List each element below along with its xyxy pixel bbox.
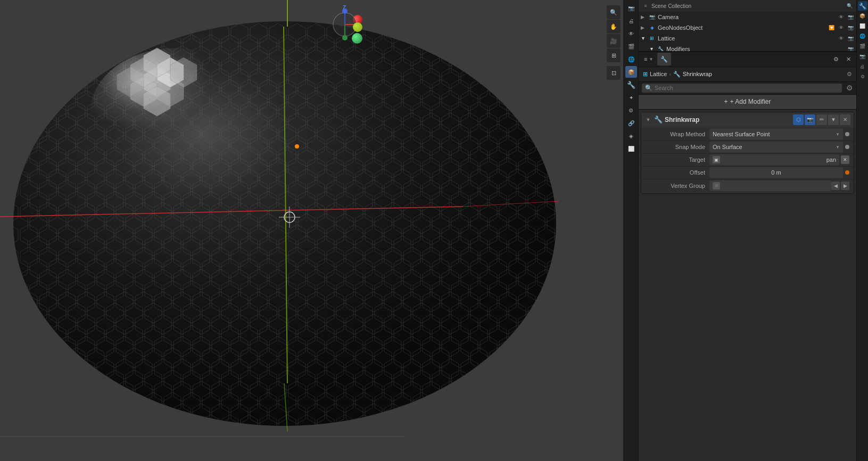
geo-render-icon[interactable]: 📷	[847, 24, 854, 31]
outliner-item-geonodes[interactable]: ▶ ◈ GeoNodesObject 🔽 👁 📷	[639, 22, 856, 33]
strip-icon-physics[interactable]: ⚙	[858, 72, 867, 81]
prop-row-target: Target ▣ pan ✕	[641, 154, 854, 167]
strip-icon-scene[interactable]: 🎬	[858, 42, 867, 51]
shrinkwrap-modifier-header[interactable]: ▼ 🔧 Shrinkwrap ⬡ 📷 ✏ ▼ ✕	[641, 112, 854, 127]
outliner-filter-icon[interactable]: 🔍	[845, 1, 854, 11]
wrap-method-dropdown[interactable]: Nearest Surface Point ▼	[709, 129, 843, 139]
left-toolbar: 🔍 ✋ 🎥 ⊞ ⊡	[607, 5, 621, 80]
vertex-group-icon: ⊞	[713, 182, 720, 190]
search-settings-icon[interactable]: ⚙	[846, 84, 853, 92]
breadcrumb-lattice[interactable]: Lattice	[650, 71, 667, 77]
outliner-item-lattice[interactable]: ▼ ⊞ Lattice 👁 📷	[639, 33, 856, 44]
strip-icon-render[interactable]: 📷	[858, 52, 867, 61]
props-tabs: ≡ ▼ 🔧 ⚙ ✕	[639, 52, 856, 67]
props-icon-data[interactable]: ◈	[625, 130, 637, 142]
tool-extra[interactable]: ⊡	[607, 66, 621, 80]
strip-icon-object[interactable]: 📦	[858, 11, 867, 21]
outliner-item-modifiers[interactable]: ▼ 🔧 Modifiers 📷	[639, 44, 856, 52]
shrinkwrap-modifier-name: Shrinkwrap	[665, 116, 791, 124]
props-close-btn[interactable]: ✕	[843, 53, 854, 65]
properties-area: ≡ Scene Collection 🔍 ▶ 📷 Camera 👁 📷 ▶ ◈	[639, 0, 856, 461]
add-modifier-button[interactable]: + + Add Modifier	[639, 95, 856, 110]
strip-icon-modifier[interactable]: 🔧	[858, 1, 867, 11]
shrinkwrap-collapse-btn[interactable]: ▼	[644, 116, 652, 124]
props-icon-constraints[interactable]: 🔗	[625, 117, 637, 129]
props-icon-render[interactable]: 📷	[625, 2, 637, 14]
status-ball-green	[352, 33, 362, 44]
props-icon-particles[interactable]: ✦	[625, 92, 637, 103]
search-input[interactable]	[655, 85, 839, 91]
props-icon-material[interactable]: ⬜	[625, 143, 637, 154]
tool-camera[interactable]: 🎥	[607, 34, 621, 48]
props-icon-view[interactable]: 👁	[625, 28, 637, 39]
breadcrumb-settings-icon[interactable]: ⚙	[847, 71, 852, 78]
lattice-visibility-icon[interactable]: 👁	[837, 35, 845, 42]
snap-mode-label: Snap Mode	[646, 144, 709, 150]
props-settings-btn[interactable]: ⚙	[830, 53, 842, 65]
prop-row-vertex-group: Vertex Group ⊞ ◀ ▶	[641, 179, 854, 192]
mod-cam-icon[interactable]: 📷	[847, 45, 854, 52]
prop-row-offset: Offset 0 m	[641, 167, 854, 179]
prop-row-snap-mode: Snap Mode On Surface ▼	[641, 141, 854, 154]
strip-icon-world[interactable]: 🌐	[858, 31, 867, 41]
modifier-close-btn[interactable]: ✕	[840, 114, 850, 125]
offset-number-field[interactable]: 0 m	[709, 167, 843, 178]
shrinkwrap-modifier-icons: ⬡ 📷 ✏ ▼ ✕	[793, 114, 850, 125]
snap-mode-value: On Surface	[713, 144, 742, 150]
modifier-render-btn[interactable]: 📷	[805, 114, 815, 125]
props-icon-output[interactable]: 🖨	[625, 15, 637, 27]
strip-icon-material[interactable]: ⬜	[858, 21, 867, 31]
offset-label: Offset	[646, 169, 709, 176]
outliner-modifiers-label: Modifiers	[666, 46, 690, 52]
props-tab-modifier[interactable]: 🔧	[657, 53, 671, 65]
breadcrumb-shrinkwrap[interactable]: Shrinkwrap	[683, 71, 712, 77]
cam-visibility-icon[interactable]: 👁	[837, 13, 845, 21]
outliner-top-bar: ≡ Scene Collection 🔍	[639, 0, 856, 12]
offset-value: 0 m	[771, 169, 781, 176]
snap-mode-dropdown[interactable]: On Surface ▼	[709, 142, 843, 152]
props-icon-physics[interactable]: ⚙	[625, 104, 637, 116]
modifiers-icon: 🔧	[657, 45, 664, 52]
props-icon-modifier[interactable]: 🔧	[625, 79, 637, 90]
search-bar: 🔍 ⚙	[639, 82, 856, 95]
modifier-editmode-btn[interactable]: ✏	[816, 114, 827, 125]
props-tab-dropdown[interactable]: ≡ ▼	[641, 53, 656, 65]
modifier-tab-icon: 🔧	[660, 56, 668, 63]
geo-filter-icon[interactable]: 🔽	[828, 24, 835, 31]
modifier-realtime-btn[interactable]: ⬡	[793, 114, 804, 125]
wrap-method-label: Wrap Method	[646, 131, 709, 137]
tool-zoom[interactable]: 🔍	[607, 5, 621, 19]
vertex-group-next-btn[interactable]: ▶	[841, 182, 849, 190]
strip-icon-output[interactable]: 🖨	[858, 62, 867, 71]
svg-point-30	[342, 35, 348, 40]
lattice-render-icon[interactable]: 📷	[847, 35, 854, 42]
expand-arrow-lattice: ▼	[641, 36, 646, 41]
outliner-item-camera[interactable]: ▶ 📷 Camera 👁 📷	[639, 12, 856, 22]
cam-render-icon[interactable]: 📷	[847, 13, 854, 21]
vertex-group-field[interactable]: ⊞	[709, 180, 831, 191]
tool-grid[interactable]: ⊞	[607, 48, 621, 62]
geo-node-icon: ◈	[648, 24, 656, 31]
outliner-camera-label: Camera	[658, 14, 679, 20]
search-input-wrap: 🔍	[642, 84, 842, 93]
search-icon: 🔍	[645, 85, 652, 92]
props-panel-wrapper: ≡ ▼ 🔧 ⚙ ✕ ⊞ Lattice › 🔧 Shrinkwrap ⚙	[639, 52, 856, 461]
outliner: ≡ Scene Collection 🔍 ▶ 📷 Camera 👁 📷 ▶ ◈	[639, 0, 856, 52]
tool-pan[interactable]: ✋	[607, 20, 621, 34]
target-clear-btn[interactable]: ✕	[841, 155, 849, 164]
camera-right-icons: 👁 📷	[837, 13, 854, 21]
outliner-menu-icon[interactable]: ≡	[641, 1, 650, 11]
props-icon-world[interactable]: 🌐	[625, 53, 637, 65]
wrap-method-dot	[845, 132, 849, 136]
svg-point-34	[342, 9, 348, 14]
props-icon-object[interactable]: 📦	[625, 66, 637, 78]
target-field[interactable]: ▣ pan	[709, 154, 839, 165]
modifier-dropdown-btn[interactable]: ▼	[828, 114, 839, 125]
vertex-group-prev-btn[interactable]: ◀	[831, 182, 840, 190]
expand-arrow-camera: ▶	[641, 14, 646, 20]
geo-visibility-icon[interactable]: 👁	[837, 24, 845, 31]
right-panel: 📷 🖨 👁 🎬 🌐 📦 🔧 ✦ ⚙ 🔗 ◈ ⬜ ≡ Scene Collecti…	[623, 0, 868, 461]
expand-arrow-modifiers: ▼	[649, 46, 655, 52]
viewport[interactable]: 🔍 ✋ 🎥 ⊞ ⊡ Z Y	[0, 0, 623, 461]
props-icon-scene[interactable]: 🎬	[625, 40, 637, 52]
